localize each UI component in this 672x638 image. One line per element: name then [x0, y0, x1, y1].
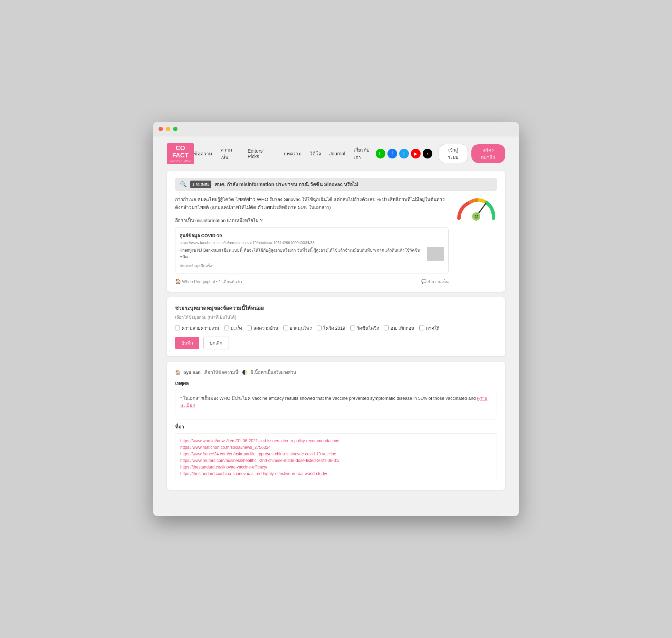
logo-text: CO: [176, 145, 185, 152]
divider: [175, 419, 497, 419]
tag-vaccine-checkbox[interactable]: [350, 326, 355, 330]
tiktok-icon[interactable]: ♪: [423, 149, 432, 158]
nav-right: L f t ▶ ♪ เข้าสู่ระบบ สมัครสมาชิก: [376, 144, 505, 163]
youtube-icon[interactable]: ▶: [411, 149, 421, 158]
svg-point-4: [477, 215, 478, 216]
suspect-badge: 1 คนส่งสัย: [190, 181, 211, 188]
result-text: * ในเอกสารเต็มของ WHO มีประโยค Vaccine e…: [180, 395, 492, 409]
tag-covid[interactable]: โควิด 2019: [317, 325, 345, 332]
tag-vaccine[interactable]: วัคซีนโควิด: [350, 325, 379, 332]
card-footer: 🏠 Whee Pongpiphat • 1 เดือนที่แล้ว 💬 4 ค…: [175, 278, 449, 285]
twitter-icon[interactable]: t: [399, 149, 409, 158]
tag-cancer-checkbox[interactable]: [224, 326, 229, 330]
tag-fda-checkbox[interactable]: [384, 326, 389, 330]
tag-beauty[interactable]: ความสวยความงาม: [175, 325, 219, 332]
source-link-3[interactable]: https://www.france24.com/en/asia-pacific…: [180, 452, 492, 456]
source-link-5[interactable]: https://thestandard.co/sinovac-vaccine-e…: [180, 465, 492, 470]
social-icons: L f t ▶ ♪: [376, 149, 432, 158]
save-button[interactable]: บันทึก: [175, 337, 199, 349]
svg-point-2: [472, 212, 480, 221]
source-link-2[interactable]: https://www.matichon.co.th/social/news_2…: [180, 445, 492, 450]
traffic-lights: [159, 127, 177, 131]
source-description: Khemjira NJ Benkraun เขียนแบบนี้ คือจะให…: [180, 247, 423, 260]
tag-weightloss-checkbox[interactable]: [247, 326, 252, 330]
tag-beauty-checkbox[interactable]: [175, 326, 180, 330]
time-ago: 1 เดือนที่แล้ว: [219, 279, 242, 284]
tag-actions: บันทึก ยกเลิก: [175, 337, 497, 349]
main-question: ศบค. กำลัง misinformation ประชาชน กรณี ว…: [215, 181, 358, 188]
logo-sub: COFACT.ORG: [170, 159, 191, 162]
tag-south-checkbox[interactable]: [419, 326, 424, 330]
tag-section-title: ช่วยระบุหมวดหมู่ของข้อความนี้ให้หน่อย: [175, 304, 497, 312]
result-section-title: เหตุผล: [175, 379, 497, 387]
login-button[interactable]: เข้าสู่ระบบ: [439, 144, 468, 163]
nav-item-articles[interactable]: บทความ: [284, 150, 301, 157]
nav-item-opinions[interactable]: ความเห็น: [220, 146, 239, 161]
tag-cancer[interactable]: มะเร็ง: [224, 325, 242, 332]
source-box: ศูนย์ข้อมูล COVID-19 https://www.faceboo…: [175, 228, 449, 273]
tag-section-sub: เลือกให้ข้อมูยกลุ่ม (เท่าที่เป็นไปได้): [175, 314, 497, 320]
verdict-user: byd han: [183, 370, 201, 375]
source-title: ศูนย์ข้อมูล COVID-19: [180, 232, 444, 239]
svg-point-3: [475, 215, 476, 216]
question-label: ถือว่าเป็น misinformation แบบหนึ่งหรือไม…: [175, 216, 449, 224]
result-box: * ในเอกสารเต็มของ WHO มีประโยค Vaccine e…: [175, 390, 497, 415]
source-image: [427, 247, 444, 261]
logo[interactable]: CO FACT COFACT.ORG: [167, 143, 194, 164]
tag-covid-label: โควิด 2019: [323, 325, 345, 332]
tag-covid-checkbox[interactable]: [317, 326, 321, 330]
tag-beauty-label: ความสวยความงาม: [182, 325, 219, 332]
sources-title: ที่มา: [175, 423, 497, 431]
source-url[interactable]: https://www.facebook.com/informationcovi…: [180, 241, 444, 245]
main-nav: ข้อความ ความเห็น Editors' Picks บทความ ว…: [194, 146, 376, 161]
nav-item-journal[interactable]: Journal: [329, 151, 345, 156]
facebook-icon[interactable]: f: [387, 149, 397, 158]
main-card: 🔍 1 คนส่งสัย ศบค. กำลัง misinformation ป…: [167, 171, 505, 292]
source-update[interactable]: อัพเดทข้อมูลอีกครั้ง: [180, 263, 444, 269]
register-button[interactable]: สมัครสมาชิก: [471, 144, 505, 163]
verdict-status-text: มีเนื้อหาเป็นจริงบางส่วน: [250, 369, 296, 376]
article-body: การกำเพจ ศบค./ไทยรู้สู้โควิด โพสต์ข่าว W…: [175, 196, 449, 212]
nav-item-editors-picks[interactable]: Editors' Picks: [248, 148, 275, 159]
misinformation-gauge: [455, 196, 497, 223]
verdict-icon: 🌓: [242, 370, 248, 375]
comments-count: 💬 4 ความเห็น: [421, 278, 449, 285]
sources-box: https://www.who.int/news/item/01-06-2021…: [175, 433, 497, 483]
tag-fda[interactable]: อย. เพิกถอน: [384, 325, 414, 332]
tag-card: ช่วยระบุหมวดหมู่ของข้อความนี้ให้หน่อย เล…: [167, 297, 505, 356]
line-icon[interactable]: L: [376, 149, 385, 158]
browser-window: CO FACT COFACT.ORG ข้อความ ความเห็น Edit…: [153, 122, 519, 516]
tag-south-label: ภาคใต้: [426, 325, 439, 332]
tag-weightloss[interactable]: ลดความอ้วน: [247, 325, 278, 332]
minimize-button[interactable]: [166, 127, 170, 131]
source-link-4[interactable]: https://www.reuters.com/business/healthc…: [180, 458, 492, 463]
tags-row: ความสวยความงาม มะเร็ง ลดความอ้วน ยาสมุนไ…: [175, 325, 497, 332]
nav-item-messages[interactable]: ข้อความ: [194, 150, 212, 157]
author-info: 🏠 Whee Pongpiphat • 1 เดือนที่แล้ว: [175, 278, 242, 285]
cancel-button[interactable]: ยกเลิก: [203, 337, 229, 349]
maximize-button[interactable]: [173, 127, 177, 131]
verdict-action: เลือกให้ข้อความนี้:: [203, 369, 240, 376]
page-content: CO FACT COFACT.ORG ข้อความ ความเห็น Edit…: [153, 136, 519, 502]
close-button[interactable]: [159, 127, 163, 131]
logo-text2: FACT: [172, 152, 189, 159]
gauge-container: [455, 196, 497, 223]
titlebar: [153, 122, 519, 136]
tag-weightloss-label: ลดความอ้วน: [253, 325, 278, 332]
tag-south[interactable]: ภาคใต้: [419, 325, 439, 332]
tag-herbs[interactable]: ยาสมุนไพร: [283, 325, 312, 332]
tag-herbs-checkbox[interactable]: [283, 326, 288, 330]
source-desc: Khemjira NJ Benkraun เขียนแบบนี้ คือจะให…: [180, 247, 444, 261]
verdict-bar: 🏠 byd han เลือกให้ข้อความนี้: 🌓 มีเนื้อห…: [175, 369, 497, 376]
source-link-1[interactable]: https://www.who.int/news/item/01-06-2021…: [180, 438, 492, 443]
tag-vaccine-label: วัคซีนโควิด: [357, 325, 379, 332]
nav-item-video[interactable]: วิดีโอ: [310, 150, 321, 157]
header: CO FACT COFACT.ORG ข้อความ ความเห็น Edit…: [167, 143, 505, 164]
author-name: Whee Pongpiphat: [182, 279, 215, 284]
info-bar: 🔍 1 คนส่งสัย ศบค. กำลัง misinformation ป…: [175, 178, 497, 191]
nav-item-about[interactable]: เกี่ยวกับเรา: [354, 146, 376, 161]
tag-cancer-label: มะเร็ง: [231, 325, 242, 332]
tag-fda-label: อย. เพิกถอน: [391, 325, 414, 332]
verdict-card: 🏠 byd han เลือกให้ข้อความนี้: 🌓 มีเนื้อห…: [167, 362, 505, 490]
source-link-6[interactable]: https://thestandard.co/china-s-sinovac-s…: [180, 471, 492, 476]
